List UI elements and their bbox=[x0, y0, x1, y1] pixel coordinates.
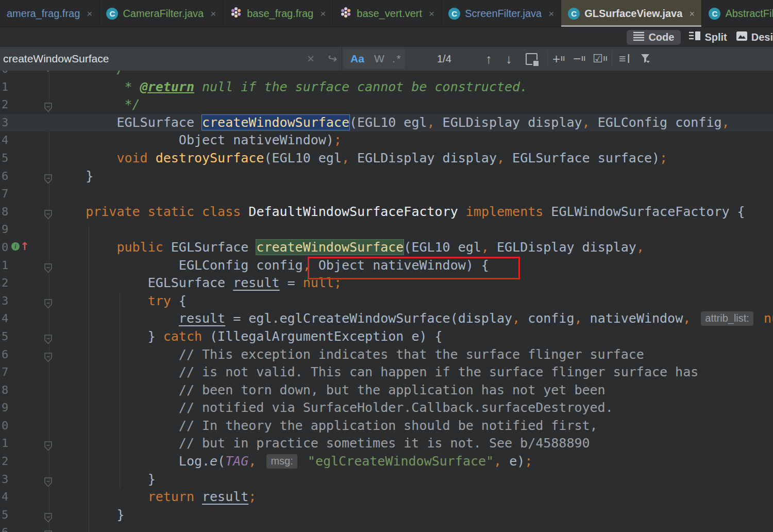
design-view-button[interactable]: Desi bbox=[736, 31, 773, 43]
code-text: public EGLSurface createWindowSurface(EG… bbox=[0, 239, 773, 257]
code-text: EGLSurface createWindowSurface(EGL10 egl… bbox=[0, 114, 773, 132]
divider bbox=[342, 47, 342, 71]
find-in-selection-toggle[interactable] bbox=[526, 47, 537, 71]
close-tab-icon[interactable]: × bbox=[87, 9, 92, 19]
code-line[interactable]: 2 */ bbox=[0, 96, 773, 114]
code-line[interactable]: 4 result = egl.eglCreateWindowSurface(di… bbox=[0, 310, 773, 328]
split-view-button[interactable]: Split bbox=[689, 31, 727, 43]
close-tab-icon[interactable]: × bbox=[320, 9, 326, 19]
clear-search-icon[interactable]: × bbox=[307, 47, 314, 71]
line-number: 4 bbox=[2, 131, 8, 149]
match-case-toggle[interactable]: Aa bbox=[350, 47, 364, 71]
code-line[interactable]: 5 void destroySurface(EGL10 egl, EGLDisp… bbox=[0, 149, 773, 168]
shader-file-icon bbox=[230, 6, 242, 21]
code-line[interactable]: 7 // is not valid. This can happen if th… bbox=[0, 363, 773, 381]
previous-match-button[interactable]: ↑ bbox=[485, 47, 492, 71]
line-number: 3 bbox=[2, 471, 8, 489]
code-line[interactable]: 0i↑ public EGLSurface createWindowSurfac… bbox=[0, 239, 773, 257]
code-text: } catch (IllegalArgumentException e) { bbox=[0, 328, 773, 346]
code-editor[interactable]: 0 /**1 * @return null if the surface can… bbox=[0, 71, 773, 532]
code-line[interactable]: 5 } catch (IllegalArgumentException e) { bbox=[0, 328, 773, 346]
code-rows: 0 /**1 * @return null if the surface can… bbox=[0, 71, 773, 532]
tab-label: base_vert.vert bbox=[357, 8, 422, 20]
code-text: * @return null if the surface cannot be … bbox=[0, 78, 773, 96]
code-text: Log.e(TAG, msg: "eglCreateWindowSurface"… bbox=[0, 453, 773, 471]
code-text: void destroySurface(EGL10 egl, EGLDispla… bbox=[0, 149, 773, 168]
code-text bbox=[0, 524, 773, 532]
code-line[interactable]: 1 * @return null if the surface cannot b… bbox=[0, 78, 773, 96]
code-line[interactable]: 9 bbox=[0, 221, 773, 239]
line-number: 4 bbox=[2, 488, 8, 506]
filter-results-button[interactable] bbox=[640, 47, 651, 71]
fold-open-icon[interactable] bbox=[43, 71, 53, 78]
fold-toggle-icon[interactable] bbox=[44, 527, 52, 532]
line-number: 5 bbox=[2, 328, 8, 346]
line-number: 2 bbox=[2, 96, 8, 114]
class-file-icon: C bbox=[448, 8, 460, 20]
code-view-button[interactable]: Code bbox=[627, 30, 681, 45]
tab-label: ScreenFilter.java bbox=[465, 8, 542, 20]
divider bbox=[547, 51, 548, 66]
line-number: 6 bbox=[2, 524, 8, 532]
search-input[interactable]: createWindowSurface bbox=[3, 47, 109, 71]
close-tab-icon[interactable]: × bbox=[429, 9, 434, 19]
overrides-method-gutter-icon[interactable]: i↑ bbox=[11, 241, 29, 252]
close-tab-icon[interactable]: × bbox=[548, 9, 554, 19]
close-tab-icon[interactable]: × bbox=[210, 9, 216, 19]
ide-window: { "tabs": [ {"label":"amera_frag.frag","… bbox=[0, 0, 773, 532]
line-number: 0 bbox=[2, 71, 8, 78]
parameter-hint: msg: bbox=[266, 454, 297, 469]
code-line[interactable]: 0 // In theory the application should be… bbox=[0, 417, 773, 435]
select-all-occurrences-button[interactable]: ☑II bbox=[593, 47, 608, 71]
shader-file-icon bbox=[230, 6, 242, 19]
line-number: 9 bbox=[2, 399, 8, 417]
tab-bar: amera_frag.frag×CCameraFilter.java×base_… bbox=[0, 0, 773, 27]
code-line[interactable]: 6 } bbox=[0, 168, 773, 186]
line-number: 8 bbox=[2, 203, 8, 221]
code-line[interactable]: 1 // but in practice sometimes it is not… bbox=[0, 435, 773, 453]
code-line[interactable]: 8 // been torn down, but the application… bbox=[0, 381, 773, 400]
code-text: try { bbox=[0, 292, 773, 310]
words-toggle[interactable]: W bbox=[374, 47, 384, 71]
line-number: 6 bbox=[2, 168, 8, 186]
selected-search-match: createWindowSurface bbox=[202, 115, 349, 130]
close-tab-icon[interactable]: × bbox=[689, 9, 695, 19]
code-line[interactable]: 2 Log.e(TAG, msg: "eglCreateWindowSurfac… bbox=[0, 453, 773, 471]
code-line[interactable]: 6 // This exception indicates that the s… bbox=[0, 346, 773, 364]
code-line[interactable]: 9 // notified via SurfaceHolder.Callback… bbox=[0, 399, 773, 417]
editor-tab[interactable]: base_vert.vert× bbox=[333, 0, 442, 27]
next-match-button[interactable]: ↓ bbox=[506, 47, 512, 71]
search-options-button[interactable]: ≡I bbox=[619, 47, 631, 71]
search-history-icon[interactable]: ↩ bbox=[326, 46, 339, 72]
code-line[interactable]: 5 } bbox=[0, 506, 773, 524]
code-text: } bbox=[0, 168, 773, 186]
line-number: 8 bbox=[2, 381, 8, 400]
line-number: 2 bbox=[2, 274, 8, 292]
code-text: // notified via SurfaceHolder.Callback.s… bbox=[0, 399, 773, 417]
match-counter: 1/4 bbox=[437, 47, 451, 71]
editor-tab[interactable]: CCameraFilter.java× bbox=[99, 0, 223, 27]
code-line[interactable]: 3 } bbox=[0, 471, 773, 489]
code-line[interactable]: 3 try { bbox=[0, 292, 773, 310]
code-line[interactable]: 7 bbox=[0, 185, 773, 203]
editor-tab[interactable]: CAbstractFilter.java× bbox=[702, 0, 773, 27]
view-mode-toolbar: Code Split Desi bbox=[0, 27, 773, 47]
code-line[interactable]: 4 Object nativeWindow); bbox=[0, 131, 773, 149]
code-text: */ bbox=[0, 96, 773, 114]
editor-tab[interactable]: base_frag.frag× bbox=[223, 0, 333, 27]
regex-toggle[interactable]: .* bbox=[393, 47, 401, 71]
class-file-icon: C bbox=[709, 8, 720, 20]
editor-tab[interactable]: CScreenFilter.java× bbox=[442, 0, 561, 27]
code-line[interactable]: 4 return result; bbox=[0, 488, 773, 506]
editor-tab[interactable]: amera_frag.frag× bbox=[0, 0, 99, 27]
add-occurrence-button[interactable]: +II bbox=[552, 47, 565, 71]
code-line[interactable]: 6 bbox=[0, 524, 773, 532]
class-file-icon: C bbox=[106, 8, 118, 20]
remove-occurrence-button[interactable]: −II bbox=[573, 47, 586, 71]
code-line[interactable]: 3 EGLSurface createWindowSurface(EGL10 e… bbox=[0, 114, 773, 132]
editor-tab[interactable]: CGLSurfaceView.java× bbox=[561, 0, 702, 27]
code-text: return result; bbox=[0, 488, 773, 506]
code-line[interactable]: 8 private static class DefaultWindowSurf… bbox=[0, 203, 773, 221]
code-line[interactable]: 0 /** bbox=[0, 71, 773, 78]
code-text: } bbox=[0, 471, 773, 489]
